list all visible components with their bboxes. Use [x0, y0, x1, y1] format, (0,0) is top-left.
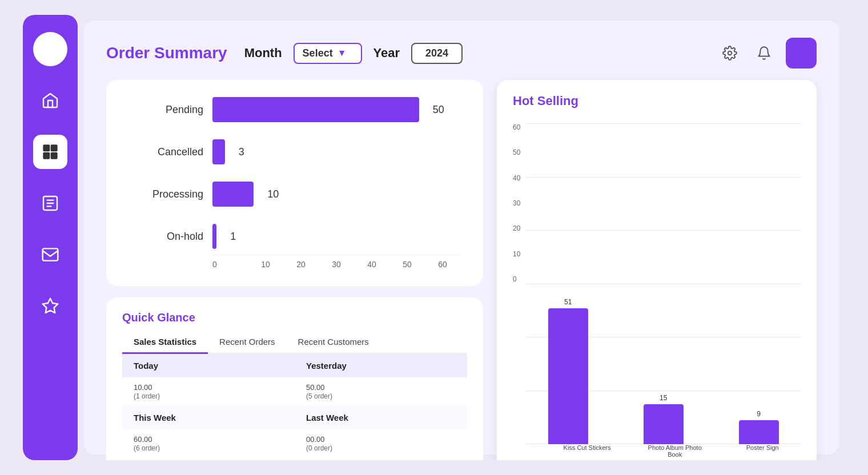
- sidebar-item-dashboard[interactable]: [33, 135, 67, 169]
- sidebar: [23, 15, 78, 460]
- table-header-last-week: Last Week: [295, 406, 467, 429]
- sidebar-item-favorites[interactable]: [33, 289, 67, 323]
- bar-value: 10: [267, 188, 279, 200]
- tab-sales-statistics[interactable]: Sales Statistics: [122, 331, 208, 354]
- sidebar-item-home[interactable]: [33, 83, 67, 118]
- yesterday-value: 50.00 (5 order): [295, 377, 467, 406]
- x-tick: 40: [354, 260, 389, 269]
- hot-bar: [739, 420, 779, 444]
- y-tick: 50: [513, 148, 520, 156]
- table-row: 60.00 (6 order) 00.00 (0 order): [122, 429, 467, 458]
- month-select[interactable]: Select ▼: [294, 43, 362, 64]
- table-header-today: Today: [122, 354, 295, 377]
- order-chart-card: Pending50Cancelled3Processing10On-hold1 …: [106, 80, 483, 286]
- qg-tabs: Sales Statistics Recent Orders Recent Cu…: [122, 331, 467, 354]
- table-header-this-week: This Week: [122, 406, 295, 429]
- bar-row: Cancelled3: [129, 139, 460, 164]
- tab-recent-customers[interactable]: Recent Customers: [287, 331, 380, 353]
- bar-container: 50: [212, 97, 460, 122]
- this-week-value: 60.00 (6 order): [122, 429, 295, 458]
- main-area: Order Summary Month Select ▼ Year: [83, 21, 839, 454]
- month-label: Month: [244, 46, 282, 61]
- tab-recent-orders[interactable]: Recent Orders: [208, 331, 287, 353]
- y-tick: 0: [513, 275, 520, 283]
- hot-bar: [644, 404, 684, 444]
- hot-bars-row: 51159: [526, 123, 801, 444]
- app-wrapper: Order Summary Month Select ▼ Year: [23, 15, 845, 460]
- x-tick: 60: [425, 260, 460, 269]
- bar-container: 1: [212, 224, 460, 249]
- bar-row: On-hold1: [129, 224, 460, 249]
- table-header-yesterday: Yesterday: [295, 354, 467, 377]
- svg-rect-2: [43, 152, 50, 159]
- bar: [212, 182, 254, 207]
- header-icons: [717, 38, 817, 69]
- hot-x-label: Photo Album Photo Book: [642, 444, 708, 458]
- svg-rect-0: [43, 145, 50, 151]
- svg-point-7: [728, 51, 732, 55]
- hot-x-label: Poster Sign: [730, 444, 795, 458]
- user-avatar-button[interactable]: [786, 38, 817, 69]
- today-value: 10.00 (1 order): [122, 377, 295, 406]
- x-tick: 50: [389, 260, 425, 269]
- quick-glance-title: Quick Glance: [122, 311, 467, 324]
- bar-label: Processing: [129, 188, 203, 200]
- chevron-down-icon: ▼: [337, 48, 347, 58]
- x-tick: 30: [319, 260, 354, 269]
- hot-bars-area: 51159: [526, 123, 801, 444]
- sidebar-item-messages[interactable]: [33, 238, 67, 272]
- year-input[interactable]: [411, 43, 463, 64]
- svg-marker-6: [43, 299, 58, 313]
- bar-container: 10: [212, 182, 460, 207]
- bar-row: Processing10: [129, 182, 460, 207]
- bar-row: Pending50: [129, 97, 460, 122]
- hot-bar-value: 51: [564, 298, 572, 306]
- bar: [212, 224, 216, 249]
- quick-glance-table: Today Yesterday 10.00 (1 order): [122, 354, 467, 458]
- bar-chart: Pending50Cancelled3Processing10On-hold1: [129, 97, 460, 249]
- y-tick: 60: [513, 123, 520, 131]
- bar: [212, 139, 225, 164]
- x-tick: 0: [212, 260, 248, 269]
- hot-bar-value: 15: [660, 394, 667, 402]
- hot-selling-title: Hot Selling: [513, 94, 801, 108]
- bar-container: 3: [212, 139, 460, 164]
- y-tick: 10: [513, 250, 520, 258]
- hot-bar-col: 9: [722, 410, 795, 444]
- hot-x-axis: Kiss Cut StickersPhoto Album Photo BookP…: [549, 444, 801, 458]
- y-tick: 30: [513, 199, 520, 207]
- bar-label: Pending: [129, 104, 203, 116]
- header: Order Summary Month Select ▼ Year: [106, 38, 817, 69]
- quick-glance-card: Quick Glance Sales Statistics Recent Ord…: [106, 297, 483, 460]
- hot-y-axis: 0102030405060: [513, 123, 526, 283]
- table-row-week-header: This Week Last Week: [122, 406, 467, 429]
- notification-button[interactable]: [752, 41, 777, 66]
- y-tick: 20: [513, 224, 520, 232]
- bar-value: 3: [239, 146, 244, 158]
- year-label: Year: [373, 46, 400, 61]
- bar-label: Cancelled: [129, 146, 203, 158]
- hot-bar: [548, 308, 588, 444]
- svg-rect-5: [43, 248, 58, 260]
- hot-bar-col: 51: [532, 298, 604, 444]
- last-week-value: 00.00 (0 order): [295, 429, 467, 458]
- bar: [212, 97, 419, 122]
- bar-value: 1: [230, 231, 236, 243]
- hot-x-label: Kiss Cut Stickers: [554, 444, 620, 458]
- hot-bar-col: 15: [627, 394, 700, 444]
- x-axis: 0102030405060: [212, 255, 460, 269]
- settings-button[interactable]: [717, 41, 742, 66]
- svg-rect-3: [51, 152, 57, 159]
- bar-label: On-hold: [129, 231, 203, 243]
- svg-rect-1: [51, 145, 57, 151]
- sidebar-item-orders[interactable]: [33, 186, 67, 220]
- hot-bar-value: 9: [757, 410, 761, 418]
- page-title: Order Summary: [106, 44, 227, 62]
- month-select-value: Select: [303, 47, 333, 59]
- x-tick: 20: [283, 260, 319, 269]
- avatar: [33, 32, 67, 66]
- bar-value: 50: [433, 104, 444, 116]
- hot-selling-card: Hot Selling 0102030405060: [497, 80, 817, 460]
- y-tick: 40: [513, 174, 520, 182]
- table-row: 10.00 (1 order) 50.00 (5 order): [122, 377, 467, 406]
